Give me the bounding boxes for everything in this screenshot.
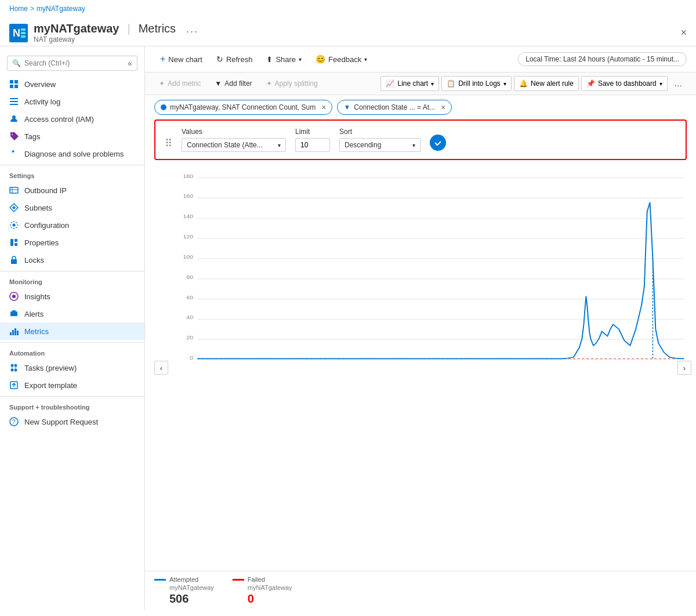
line-chart-button[interactable]: 📈 Line chart ▾ — [380, 76, 439, 91]
sidebar-item-properties[interactable]: Properties — [0, 234, 144, 251]
splitting-icon: ✦ — [266, 79, 272, 88]
sidebar-item-support[interactable]: ? New Support Request — [0, 413, 144, 430]
drill-logs-button[interactable]: 📋 Drill into Logs ▾ — [441, 76, 512, 91]
limit-label: Limit — [295, 128, 330, 136]
feedback-icon: 😊 — [316, 55, 325, 64]
svg-rect-5 — [10, 80, 13, 84]
more-options-button[interactable]: ... — [670, 76, 687, 91]
list-icon — [9, 97, 19, 106]
failed-sublabel: myNATgateway — [233, 584, 292, 591]
search-input[interactable] — [24, 59, 128, 67]
sidebar-item-tags[interactable]: Tags — [0, 128, 144, 145]
close-button[interactable]: × — [680, 27, 687, 39]
sidebar-item-overview[interactable]: Overview — [0, 75, 144, 93]
sidebar-item-metrics[interactable]: Metrics — [0, 323, 144, 340]
metric-filter-pill[interactable]: myNATgateway, SNAT Connection Count, Sum… — [154, 100, 332, 115]
sidebar-label-overview: Overview — [24, 80, 56, 89]
alerts-icon — [9, 309, 19, 318]
svg-rect-30 — [17, 331, 19, 335]
sidebar-label-tags: Tags — [24, 132, 40, 141]
sidebar-item-insights[interactable]: Insights — [0, 288, 144, 305]
sidebar-item-locks[interactable]: Locks — [0, 251, 144, 269]
apply-splitting-button[interactable]: ✦ Apply splitting — [262, 77, 322, 90]
refresh-button[interactable]: ↻ Refresh — [211, 52, 259, 67]
chart-nav-right[interactable]: › — [677, 361, 691, 375]
metric-icon: ✦ — [159, 79, 165, 88]
share-button[interactable]: ⬆ Share ▾ — [260, 52, 307, 67]
limit-input[interactable] — [295, 138, 330, 152]
attempted-sublabel: myNATgateway — [154, 584, 214, 591]
sort-select[interactable]: Descending ▾ — [339, 138, 420, 152]
time-selector[interactable]: Local Time: Last 24 hours (Automatic - 1… — [518, 52, 687, 66]
sidebar-collapse-icon[interactable]: « — [128, 59, 132, 68]
failed-color-swatch — [233, 579, 244, 581]
filter-funnel-icon: ▼ — [343, 103, 350, 111]
sidebar-item-tasks[interactable]: Tasks (preview) — [0, 359, 144, 376]
breadcrumb-home[interactable]: Home — [9, 5, 28, 13]
values-field: Values Connection State (Atte... ▾ — [182, 128, 286, 152]
svg-rect-26 — [12, 310, 16, 312]
svg-text:60: 60 — [186, 294, 193, 300]
svg-rect-28 — [12, 330, 14, 335]
svg-rect-9 — [10, 98, 18, 99]
sidebar-label-export: Export template — [24, 381, 77, 390]
splitting-panel: ⠿ Values Connection State (Atte... ▾ Lim… — [154, 119, 687, 160]
sidebar-item-access-control[interactable]: Access control (IAM) — [0, 110, 144, 128]
share-chevron-icon: ▾ — [299, 56, 302, 63]
svg-rect-6 — [14, 80, 18, 84]
legend-item-failed: Failed myNATgateway 0 — [233, 576, 292, 606]
state-filter-pill[interactable]: ▼ Connection State ... = At... × — [337, 100, 452, 115]
resource-type: NAT gateway — [34, 35, 198, 44]
sidebar-item-export[interactable]: Export template — [0, 376, 144, 394]
svg-text:180: 180 — [183, 173, 193, 179]
chart-nav-left[interactable]: ‹ — [154, 361, 168, 375]
search-icon: 🔍 — [12, 59, 21, 67]
sidebar-item-diagnose[interactable]: Diagnose and solve problems — [0, 145, 144, 162]
svg-text:40: 40 — [186, 314, 193, 320]
svg-rect-10 — [10, 101, 18, 102]
split-confirm-button[interactable] — [430, 135, 446, 151]
svg-text:?: ? — [12, 419, 16, 425]
svg-point-32 — [14, 364, 17, 367]
svg-rect-29 — [14, 328, 16, 335]
person-icon — [9, 114, 19, 124]
sub-toolbar: ✦ Add metric ▼ Add filter ✦ Apply splitt… — [145, 73, 696, 95]
header-more-button[interactable]: ... — [186, 23, 198, 35]
breadcrumb: Home > myNATgateway — [0, 0, 696, 17]
new-chart-button[interactable]: + New chart — [154, 51, 208, 67]
support-icon: ? — [9, 417, 19, 426]
nat-gateway-icon: N — [9, 24, 28, 42]
sidebar-search-container: 🔍 « — [7, 56, 137, 71]
sidebar-item-configuration[interactable]: Configuration — [0, 216, 144, 234]
add-filter-button[interactable]: ▼ Add filter — [210, 77, 256, 90]
metric-pill-remove[interactable]: × — [321, 103, 326, 112]
legend-item-attempted: Attempted myNATgateway 506 — [154, 576, 214, 606]
values-select[interactable]: Connection State (Atte... ▾ — [182, 138, 286, 152]
sidebar-label-support: New Support Request — [24, 418, 98, 426]
sidebar-item-alerts[interactable]: Alerts — [0, 305, 144, 323]
wrench-icon — [9, 149, 19, 158]
sort-chevron: ▾ — [412, 142, 415, 148]
attempted-color-swatch — [154, 579, 166, 581]
breadcrumb-separator: > — [30, 5, 34, 13]
sort-field: Sort Descending ▾ — [339, 128, 420, 152]
save-dashboard-button[interactable]: 📌 Save to dashboard ▾ — [581, 76, 668, 91]
drill-chevron: ▾ — [503, 81, 506, 87]
sidebar-item-outbound-ip[interactable]: Outbound IP — [0, 182, 144, 199]
values-label: Values — [182, 128, 286, 136]
refresh-icon: ↻ — [216, 55, 223, 64]
feedback-button[interactable]: 😊 Feedback ▾ — [310, 52, 373, 67]
svg-point-24 — [12, 295, 16, 298]
svg-text:80: 80 — [186, 274, 193, 280]
save-chevron: ▾ — [659, 81, 662, 87]
state-pill-remove[interactable]: × — [441, 103, 445, 112]
new-alert-button[interactable]: 🔔 New alert rule — [514, 76, 579, 91]
svg-point-18 — [13, 224, 16, 227]
svg-rect-8 — [14, 85, 18, 88]
sidebar-item-subnets[interactable]: Subnets — [0, 199, 144, 216]
sidebar-label-diagnose: Diagnose and solve problems — [24, 150, 124, 158]
share-icon: ⬆ — [266, 55, 273, 64]
svg-text:100: 100 — [183, 254, 193, 260]
add-metric-button[interactable]: ✦ Add metric — [154, 77, 205, 90]
sidebar-item-activity-log[interactable]: Activity log — [0, 93, 144, 110]
